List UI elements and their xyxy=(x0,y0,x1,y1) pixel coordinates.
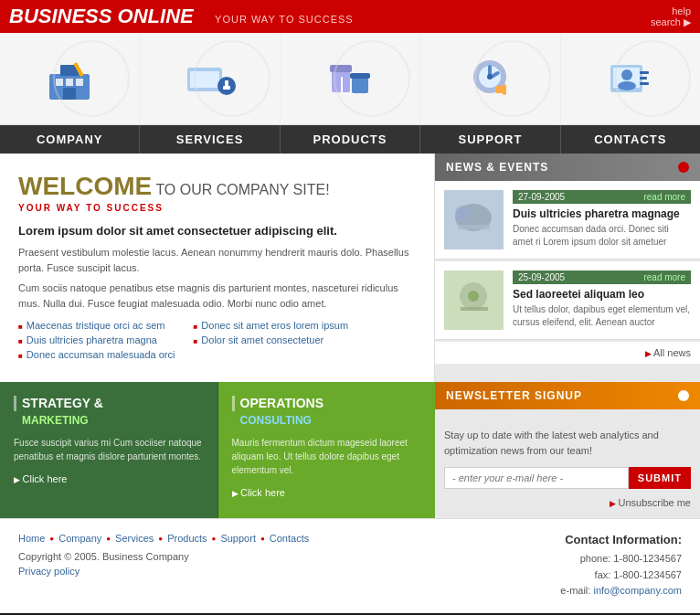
footer-link-support[interactable]: Support xyxy=(220,533,256,544)
news-read-more-2[interactable]: read more xyxy=(643,272,685,282)
svg-point-18 xyxy=(479,66,501,88)
svg-point-17 xyxy=(473,60,506,93)
nav-products[interactable]: PRODUCTS xyxy=(281,125,420,154)
footer-link-contacts[interactable]: Contacts xyxy=(270,533,309,544)
newsletter-body: Stay up to date with the latest web anal… xyxy=(435,419,700,518)
footer-link-services[interactable]: Services xyxy=(115,533,154,544)
strategy-link[interactable]: Click here xyxy=(14,472,204,485)
content-para1: Praesent vestibulum molestie lacus. Aene… xyxy=(18,245,416,275)
all-news-link[interactable]: All news xyxy=(645,347,691,358)
news-text-2: Ut tellus dolor, dapibus eget elementum … xyxy=(513,303,691,329)
link-list-2: Donec sit amet eros lorem ipsum Dolor si… xyxy=(193,320,348,345)
svg-rect-4 xyxy=(76,79,83,86)
contact-email-link[interactable]: info@company.com xyxy=(593,585,682,596)
svg-rect-22 xyxy=(495,86,506,93)
svg-rect-14 xyxy=(352,77,368,93)
operations-box: OPERATIONS CONSULTING Mauris fermentum d… xyxy=(218,382,436,518)
operations-text: Mauris fermentum dictum mageseid laoreet… xyxy=(232,436,422,477)
svg-rect-5 xyxy=(63,88,76,100)
nav-contacts[interactable]: CONTACTS xyxy=(561,125,700,154)
unsubscribe-link[interactable]: Unsubscribe me xyxy=(610,497,691,508)
news-item-2: 25-09-2005 read more Sed laoreetei aliqu… xyxy=(435,261,700,340)
link-item[interactable]: Donec sit amet eros lorem ipsum xyxy=(193,320,348,331)
footer-copyright: Copyright © 2005. Business Company xyxy=(18,551,560,562)
strategy-title: STRATEGY & xyxy=(14,396,204,411)
news-thumb-1 xyxy=(444,190,504,249)
search-link[interactable]: search ▶ xyxy=(651,16,691,28)
nav-services[interactable]: SERVICES xyxy=(140,125,280,154)
newsletter-email-input[interactable] xyxy=(444,467,629,489)
link-item[interactable]: Duis ultricies pharetra magna xyxy=(18,334,175,345)
bottom-section: STRATEGY & MARKETING Fusce suscipit vari… xyxy=(0,382,700,518)
news-title: NEWS & EVENTS xyxy=(446,161,548,174)
newsletter-form: SUBMIT xyxy=(444,467,691,489)
nav-icon-company[interactable] xyxy=(0,33,140,124)
news-date-bar-2: 25-09-2005 read more xyxy=(513,270,691,284)
footer-link-products[interactable]: Products xyxy=(167,533,207,544)
all-news: All news xyxy=(435,342,700,364)
svg-rect-33 xyxy=(458,225,490,229)
products-icon xyxy=(323,51,377,106)
content-right: NEWS & EVENTS 27-09-2005 read more Duis … xyxy=(435,154,700,382)
nav-icon-support[interactable] xyxy=(420,33,560,124)
footer-link-home[interactable]: Home xyxy=(18,533,45,544)
nav-icon-services[interactable] xyxy=(140,33,280,124)
svg-rect-19 xyxy=(488,65,492,78)
svg-rect-12 xyxy=(332,69,350,92)
newsletter-unsubscribe: Unsubscribe me xyxy=(444,496,691,509)
welcome-subtitle: YOUR WAY TO SUCCESS xyxy=(18,203,416,213)
news-date-bar-1: 27-09-2005 read more xyxy=(513,190,691,204)
link-item[interactable]: Donec accumsan malesuada orci xyxy=(18,349,175,360)
company-icon xyxy=(42,51,97,106)
nav-icons-row xyxy=(0,33,700,125)
link-item[interactable]: Maecenas tristique orci ac sem xyxy=(18,320,175,331)
support-icon xyxy=(462,51,517,106)
news-body-2: 25-09-2005 read more Sed laoreetei aliqu… xyxy=(513,270,691,330)
nav-icon-contacts[interactable] xyxy=(561,33,700,124)
footer-privacy[interactable]: Privacy policy xyxy=(18,565,560,578)
nav-icon-products[interactable] xyxy=(281,33,420,124)
help-link[interactable]: help xyxy=(651,5,691,16)
nav-bar: COMPANY SERVICES PRODUCTS SUPPORT CONTAC… xyxy=(0,125,700,154)
svg-rect-6 xyxy=(73,62,83,77)
newsletter-container: NEWSLETTER SIGNUP Stay up to date with t… xyxy=(435,382,700,518)
nav-support[interactable]: SUPPORT xyxy=(420,125,560,154)
svg-rect-1 xyxy=(60,65,79,76)
operations-subtitle: CONSULTING xyxy=(232,414,422,427)
bottom-left: STRATEGY & MARKETING Fusce suscipit vari… xyxy=(0,382,435,518)
header-links: help search ▶ xyxy=(651,5,691,28)
svg-point-38 xyxy=(468,291,479,302)
main-content: WELCOME TO OUR COMPANY SITE! YOUR WAY TO… xyxy=(0,154,700,382)
svg-rect-28 xyxy=(640,71,649,74)
news-image-1 xyxy=(444,190,504,249)
contacts-icon xyxy=(603,51,658,106)
link-col-2: Donec sit amet eros lorem ipsum Dolor si… xyxy=(193,320,348,364)
operations-title: OPERATIONS xyxy=(232,396,422,411)
news-date-1: 27-09-2005 xyxy=(518,192,565,202)
news-text-1: Donec accumsan dada orci. Donec siti ame… xyxy=(513,223,691,249)
news-title-1: Duis ultricies pharetra magnage xyxy=(513,207,691,220)
news-thumb-2 xyxy=(444,270,504,330)
svg-rect-20 xyxy=(489,70,500,79)
svg-rect-29 xyxy=(640,77,647,80)
header: BUSINESS ONLINE YOUR WAY TO SUCCESS help… xyxy=(0,0,700,33)
link-item[interactable]: Dolor sit amet consectetuer xyxy=(193,334,348,345)
strategy-text: Fusce suscipit varius mi Cum sociiser na… xyxy=(14,436,204,463)
news-header-bullet xyxy=(678,162,689,173)
welcome-bold: WELCOME xyxy=(18,172,152,200)
nav-company[interactable]: COMPANY xyxy=(0,125,140,154)
footer-link-company[interactable]: Company xyxy=(58,533,101,544)
contact-email: e-mail: info@company.com xyxy=(560,583,682,599)
svg-rect-11 xyxy=(223,86,230,90)
svg-rect-24 xyxy=(610,65,642,92)
content-left: WELCOME TO OUR COMPANY SITE! YOUR WAY TO… xyxy=(0,154,435,382)
svg-point-27 xyxy=(618,81,636,90)
svg-rect-3 xyxy=(66,79,73,86)
news-read-more-1[interactable]: read more xyxy=(643,192,685,202)
newsletter-submit-button[interactable]: SUBMIT xyxy=(629,467,691,489)
newsletter-text: Stay up to date with the latest web anal… xyxy=(444,428,691,458)
svg-point-34 xyxy=(455,206,470,220)
contact-info: phone: 1-800-1234567 fax: 1-800-1234567 … xyxy=(560,551,682,599)
news-date-2: 25-09-2005 xyxy=(518,272,565,282)
operations-link[interactable]: Click here xyxy=(232,486,422,499)
